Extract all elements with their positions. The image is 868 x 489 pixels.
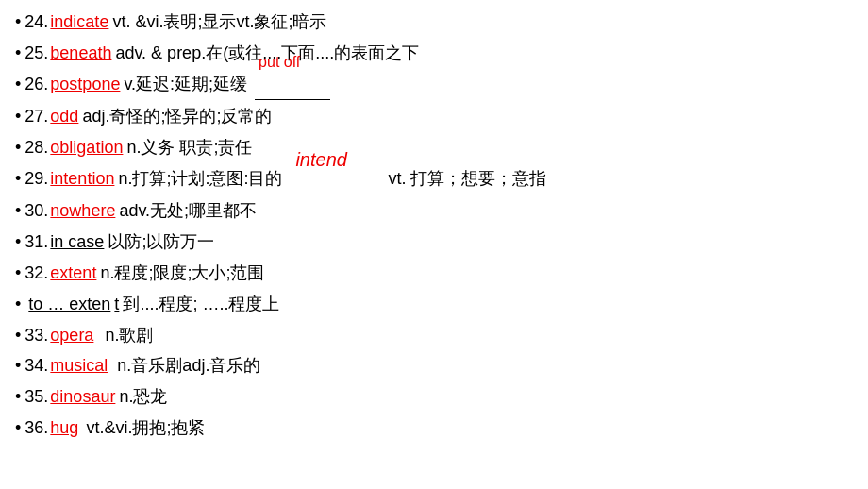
item-num: 35. <box>25 382 48 412</box>
item-num: 25. <box>25 39 48 68</box>
bullet: • <box>15 321 21 350</box>
word-in-case: in case <box>50 228 104 257</box>
bullet: • <box>15 413 21 443</box>
list-item: • 36. hug vt.&vi.拥抱;抱紧 <box>15 413 853 443</box>
word-odd: odd <box>50 102 78 131</box>
item-num: 36. <box>25 413 48 443</box>
item-num: 24. <box>25 8 48 37</box>
item-num: 33. <box>25 321 48 350</box>
item-num: 28. <box>25 133 48 162</box>
definition: n.程度;限度;大小;范围 <box>100 259 264 288</box>
word-obligation: obligation <box>50 133 123 162</box>
word-beneath: beneath <box>50 39 111 68</box>
phrase-to-extent: to … exten <box>28 295 110 313</box>
item-num: 32. <box>25 259 48 288</box>
answer-intend: intend <box>295 143 347 176</box>
item-num: 34. <box>25 351 48 380</box>
answer-put-off: put off <box>259 49 300 76</box>
word-intention: intention <box>50 164 114 194</box>
list-item: • 26. postpone v.延迟:延期;延缓 put off <box>15 70 853 100</box>
definition: vt.&vi.拥抱;抱紧 <box>86 413 205 443</box>
definition: vt. &vi.表明;显示vt.象征;暗示 <box>112 8 326 37</box>
item-num: 29. <box>25 164 48 194</box>
word-hug: hug <box>50 413 78 443</box>
bullet: • <box>15 70 21 99</box>
item-num: 30. <box>25 196 48 226</box>
list-item: • 29. intention n.打算;计划:意图:目的 intend vt.… <box>15 164 853 194</box>
item-num: 26. <box>25 70 48 99</box>
list-item: • to … extent 到....程度; …..程度上 <box>15 290 853 319</box>
definition2: vt. 打算；想要；意指 <box>388 164 546 194</box>
word-musical: musical <box>50 351 108 380</box>
bullet: • <box>15 259 21 288</box>
bullet: • <box>15 228 21 257</box>
list-item: • 33. opera n.歌剧 <box>15 321 853 350</box>
word-indicate: indicate <box>50 8 108 37</box>
bullet: • <box>15 351 21 380</box>
bullet: • <box>15 8 21 37</box>
item-num: 27. <box>25 102 48 131</box>
list-item: • 32. extent n.程度;限度;大小;范围 <box>15 259 853 288</box>
bullet: • <box>15 133 21 162</box>
definition: n.音乐剧adj.音乐的 <box>117 351 260 380</box>
bullet: • <box>15 382 21 412</box>
definition: n.歌剧 <box>105 321 153 350</box>
definition: n.恐龙 <box>119 382 167 412</box>
definition: n.义务 职责;责任 <box>126 133 252 162</box>
definition: v.延迟:延期;延缓 <box>124 70 247 99</box>
list-item: • 28. obligation n.义务 职责;责任 <box>15 133 853 162</box>
item-num: 31. <box>25 228 48 257</box>
list-item: • 35. dinosaur n.恐龙 <box>15 382 853 412</box>
definition: 以防;以防万一 <box>108 228 214 257</box>
bullet: • <box>15 290 21 319</box>
definition: adv.无处;哪里都不 <box>119 196 257 226</box>
bullet: • <box>15 39 21 68</box>
list-item: • 25. beneath adv. & prep.在(或往....下面....… <box>15 39 853 68</box>
list-item: • 30. nowhere adv.无处;哪里都不 <box>15 196 853 226</box>
word-extent: extent <box>50 259 96 288</box>
list-item: • 31. in case 以防;以防万一 <box>15 228 853 257</box>
vocab-list: • 24. indicate vt. &vi.表明;显示vt.象征;暗示 • 2… <box>15 8 853 443</box>
bullet: • <box>15 102 21 131</box>
word-dinosaur: dinosaur <box>50 382 115 412</box>
word-postpone: postpone <box>50 70 120 99</box>
list-item: • 24. indicate vt. &vi.表明;显示vt.象征;暗示 <box>15 8 853 37</box>
word-nowhere: nowhere <box>50 196 115 226</box>
list-item: • 34. musical n.音乐剧adj.音乐的 <box>15 351 853 380</box>
bullet: • <box>15 164 21 194</box>
definition: 到....程度; …..程度上 <box>123 290 279 319</box>
definition: adj.奇怪的;怪异的;反常的 <box>82 102 272 131</box>
word-opera: opera <box>50 321 93 350</box>
bullet: • <box>15 196 21 226</box>
definition: n.打算;计划:意图:目的 <box>118 164 282 194</box>
list-item: • 27. odd adj.奇怪的;怪异的;反常的 <box>15 102 853 131</box>
